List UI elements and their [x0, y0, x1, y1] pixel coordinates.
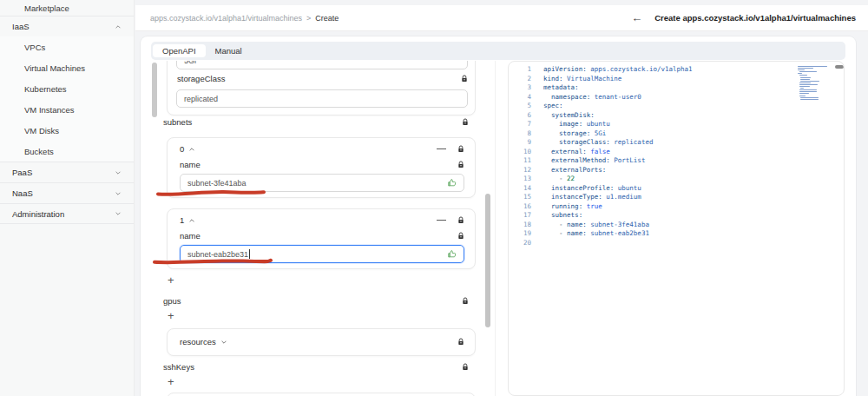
ssh-keys-label: sshKeys	[163, 362, 194, 372]
sidebar-item-marketplace[interactable]: Marketplace	[0, 0, 134, 16]
code-line: 15 instanceType: u1.medium	[509, 193, 844, 202]
storage-class-label: storageClass	[177, 74, 225, 83]
back-arrow-icon[interactable]: ←	[631, 12, 642, 23]
sidebar-item-virtual-machines[interactable]: Virtual Machines	[0, 57, 134, 78]
code-line: 8 storage: 5Gi	[509, 129, 844, 139]
line-number: 11	[509, 156, 531, 166]
breadcrumb-current: Create	[315, 14, 339, 23]
gpus-label: gpus	[163, 296, 181, 306]
line-number: 3	[509, 83, 531, 93]
sidebar-item-buckets[interactable]: Buckets	[0, 141, 134, 162]
minimap-line	[798, 69, 805, 70]
lock-icon[interactable]	[457, 161, 464, 168]
subnet-0-collapse-toggle[interactable]: 0	[180, 144, 195, 154]
line-number: 14	[509, 184, 531, 194]
add-subnet-button[interactable]: +	[168, 274, 174, 286]
tab-openapi[interactable]: OpenAPI	[153, 44, 206, 57]
sidebar-item-label: PaaS	[12, 168, 32, 177]
chevron-up-icon	[115, 23, 122, 30]
sidebar-item-vpcs[interactable]: VPCs	[0, 36, 134, 57]
resources-collapse-toggle[interactable]: resources	[180, 337, 227, 346]
lock-icon[interactable]	[457, 216, 464, 224]
lock-icon[interactable]	[461, 75, 468, 82]
minimap-line	[800, 88, 804, 89]
code-line: 13 - 22	[509, 175, 844, 184]
editor-minimap[interactable]	[798, 66, 834, 102]
code-line: 11 externalMethod: PortList	[509, 156, 844, 166]
subnet-1-collapse-toggle[interactable]: 1	[180, 215, 195, 225]
code-line: 9 storageClass: replicated	[509, 138, 844, 148]
openapi-form-panel: 5Gi storageClass replicated subnets 0	[151, 61, 486, 396]
minimap-line	[799, 93, 810, 94]
code-line: 12 externalPorts:	[509, 166, 844, 175]
sidebar-item-label: IaaS	[12, 22, 30, 31]
add-gpu-button[interactable]: +	[168, 310, 174, 321]
editor-scrollbar-thumb[interactable]	[835, 65, 844, 69]
thumbs-up-icon[interactable]	[447, 178, 457, 188]
yaml-editor[interactable]: 1apiVersion: apps.cozystack.io/v1alpha12…	[508, 61, 845, 396]
sidebar-item-naas[interactable]: NaaS	[0, 182, 134, 203]
remove-subnet-icon[interactable]	[437, 220, 446, 221]
lock-icon[interactable]	[457, 232, 464, 240]
sidebar-item-label: Marketplace	[24, 3, 69, 13]
line-number: 13	[509, 175, 531, 184]
minimap-line	[799, 96, 806, 96]
minimap-line	[800, 97, 819, 98]
line-number: 4	[509, 93, 531, 102]
form-scrollbar-thumb[interactable]	[485, 194, 490, 327]
sidebar-item-paas[interactable]: PaaS	[0, 162, 134, 182]
line-number: 8	[509, 129, 531, 139]
line-number: 19	[509, 229, 531, 239]
sidebar-item-vm-disks[interactable]: VM Disks	[0, 120, 134, 141]
lock-icon[interactable]	[462, 363, 469, 371]
sidebar-item-administration[interactable]: Administration	[0, 203, 134, 224]
lock-icon[interactable]	[457, 338, 464, 346]
minimap-line	[799, 71, 818, 72]
subnet-0-name-input[interactable]: subnet-3fe41aba	[180, 174, 464, 192]
line-number: 10	[509, 148, 531, 157]
sidebar-item-label: VM Disks	[24, 126, 59, 135]
lock-icon[interactable]	[457, 145, 464, 153]
storage-input[interactable]: 5Gi	[176, 61, 468, 69]
yaml-code[interactable]: 1apiVersion: apps.cozystack.io/v1alpha12…	[509, 65, 844, 248]
sidebar-item-label: VPCs	[24, 43, 45, 52]
line-number: 5	[509, 102, 531, 111]
subnet-item-card-1: 1 name subnet-eab2be31	[167, 208, 476, 269]
remove-subnet-icon[interactable]	[437, 148, 446, 150]
sidebar-submenu: VPCsVirtual MachinesKubernetesVM Instanc…	[0, 36, 134, 162]
form-mode-tabs: OpenAPI Manual	[151, 42, 845, 60]
lock-icon[interactable]	[462, 297, 469, 305]
sidebar-item-label: Buckets	[24, 147, 54, 156]
code-line: 5spec:	[509, 102, 844, 111]
code-line: 18 - name: subnet-3fe41aba	[509, 221, 844, 230]
page-title: Create apps.cozystack.io/v1alpha1/virtua…	[654, 13, 856, 23]
sidebar-item-label: Administration	[12, 209, 64, 219]
minimap-line	[800, 81, 819, 82]
subnet-1-name-input[interactable]: subnet-eab2be31	[180, 245, 464, 263]
minimap-line	[799, 82, 812, 83]
minimap-line	[798, 68, 813, 69]
subnet-0-name-label: name	[180, 160, 201, 169]
sidebar-item-iaas[interactable]: IaaS	[0, 16, 134, 36]
sidebar-item-kubernetes[interactable]: Kubernetes	[0, 78, 134, 99]
minimap-line	[800, 99, 819, 100]
chevron-down-icon	[115, 190, 122, 197]
panel-divider	[495, 61, 496, 396]
chevron-down-icon	[115, 169, 122, 176]
sidebar-item-vm-instances[interactable]: VM Instances	[0, 99, 134, 120]
storage-class-input[interactable]: replicated	[176, 89, 468, 108]
add-ssh-key-button[interactable]: +	[168, 376, 174, 387]
code-line: 17 subnets:	[509, 211, 844, 221]
code-line: 16 running: true	[509, 202, 844, 212]
breadcrumb-path[interactable]: apps.cozystack.io/v1alpha1/virtualmachin…	[150, 14, 302, 23]
line-number: 1	[509, 65, 531, 75]
thumbs-up-icon[interactable]	[447, 249, 457, 259]
tab-manual[interactable]: Manual	[206, 44, 252, 57]
sidebar-item-label: Virtual Machines	[24, 63, 85, 73]
lock-icon[interactable]	[462, 118, 469, 126]
chevron-down-icon	[220, 339, 227, 346]
code-line: 6 systemDisk:	[509, 111, 844, 121]
chevron-up-icon	[188, 217, 195, 224]
minimap-line	[799, 89, 818, 90]
line-number: 17	[509, 211, 531, 221]
